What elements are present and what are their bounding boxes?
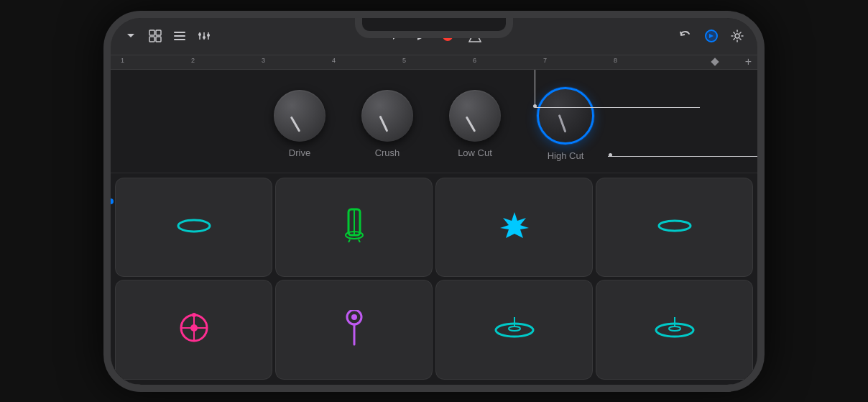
svg-rect-0	[149, 30, 154, 35]
svg-point-32	[351, 314, 357, 320]
notch	[355, 18, 513, 38]
screen: 1 2 3 4 5 6 7 8 +	[111, 18, 757, 385]
crush-label: Crush	[375, 147, 400, 158]
main-content: Drive Crush Low Cut	[111, 70, 757, 384]
highcut-label: High Cut	[548, 150, 584, 161]
svg-point-34	[509, 326, 520, 331]
pad-maraca[interactable]	[275, 280, 433, 380]
splash-icon	[499, 209, 530, 245]
svg-point-18	[178, 220, 210, 232]
crush-knob[interactable]	[361, 90, 413, 142]
svg-point-26	[190, 324, 198, 332]
svg-point-8	[198, 33, 201, 36]
pads-row-1	[115, 178, 753, 278]
phone-frame: 1 2 3 4 5 6 7 8 +	[103, 11, 765, 392]
pad-cymbal[interactable]	[596, 178, 753, 278]
svg-point-21	[346, 232, 363, 239]
svg-point-24	[659, 221, 691, 231]
pad-hihat[interactable]	[115, 178, 272, 278]
crush-knob-indicator	[379, 115, 388, 132]
ruler-mark-6: 6	[473, 57, 476, 64]
pad-ride2[interactable]	[596, 280, 753, 380]
pad-spinner[interactable]	[115, 280, 272, 380]
ruler-mark-1: 1	[121, 57, 124, 64]
lowcut-knob[interactable]	[449, 90, 501, 142]
ruler-mark-5: 5	[402, 57, 406, 64]
svg-rect-19	[348, 209, 360, 235]
undo-button[interactable]	[678, 29, 693, 43]
knob-group-drive: Drive	[274, 90, 326, 158]
mixer-icon[interactable]	[197, 29, 211, 43]
highcut-knob[interactable]	[537, 87, 594, 145]
svg-point-12	[207, 34, 210, 37]
knob-group-lowcut: Low Cut	[449, 90, 501, 158]
ruler-mark-3: 3	[262, 57, 265, 64]
track-view-icon[interactable]	[148, 29, 162, 43]
ruler-mark-4: 4	[332, 57, 336, 64]
dropdown-arrow-icon[interactable]	[124, 29, 138, 43]
drum-icon	[340, 208, 369, 246]
ruler-mark-8: 8	[614, 57, 617, 64]
svg-line-23	[359, 239, 360, 242]
svg-point-36	[656, 324, 693, 337]
svg-point-30	[347, 310, 361, 324]
settings-button[interactable]	[730, 29, 744, 43]
list-view-icon[interactable]	[172, 29, 187, 43]
svg-rect-2	[149, 37, 154, 42]
hihat-icon	[177, 217, 211, 237]
svg-rect-3	[156, 37, 161, 42]
ruler-mark-2: 2	[191, 57, 195, 64]
ride-icon	[494, 317, 535, 342]
add-section-button[interactable]: +	[745, 55, 752, 68]
drive-knob-indicator	[290, 116, 301, 132]
highcut-knob-indicator	[558, 114, 567, 132]
ruler: 1 2 3 4 5 6 7 8 +	[111, 55, 757, 70]
lowcut-label: Low Cut	[458, 147, 492, 158]
svg-rect-1	[156, 30, 161, 35]
ruler-mark-7: 7	[543, 57, 547, 64]
pad-ride[interactable]	[435, 280, 593, 380]
svg-rect-6	[174, 39, 185, 40]
svg-point-10	[203, 36, 206, 39]
knob-group-crush: Crush	[361, 90, 413, 158]
knobs-section: Drive Crush Low Cut	[111, 70, 757, 173]
svg-point-17	[735, 34, 739, 38]
playhead-marker	[711, 58, 719, 65]
svg-point-33	[496, 324, 533, 337]
svg-point-29	[192, 313, 196, 317]
drive-label: Drive	[289, 147, 310, 158]
svg-point-25	[181, 315, 207, 341]
svg-rect-4	[174, 32, 185, 33]
svg-point-37	[669, 326, 680, 331]
phone-container: 1 2 3 4 5 6 7 8 +	[0, 0, 868, 402]
pads-row-2	[115, 280, 753, 380]
knob-group-highcut: High Cut	[537, 87, 594, 161]
svg-line-22	[348, 239, 350, 242]
lowcut-knob-indicator	[466, 116, 476, 132]
loop-button[interactable]	[704, 29, 719, 43]
spinner-icon	[178, 312, 210, 347]
cymbal-icon	[657, 217, 692, 237]
svg-rect-5	[174, 35, 185, 37]
pads-section	[111, 173, 757, 384]
pad-splash[interactable]	[435, 178, 593, 278]
maraca-icon	[343, 310, 366, 350]
toolbar-right	[678, 29, 744, 43]
drive-knob[interactable]	[274, 90, 326, 142]
ride2-icon	[655, 317, 695, 342]
pad-drum[interactable]	[275, 178, 433, 278]
